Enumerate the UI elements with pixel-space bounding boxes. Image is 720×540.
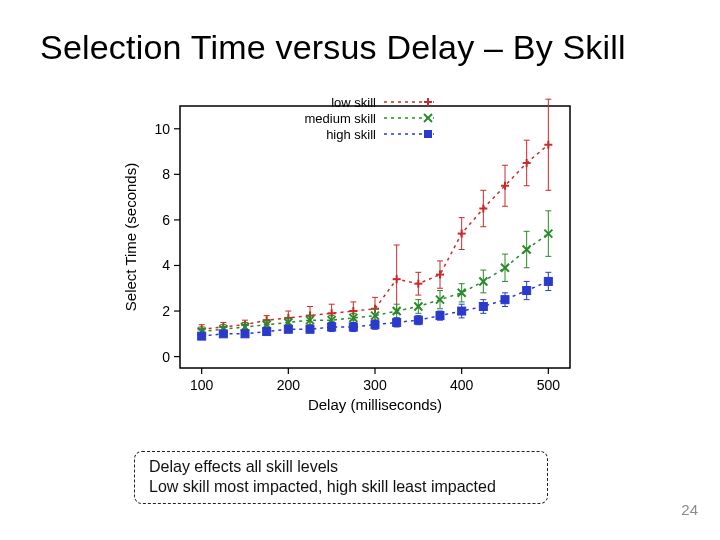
svg-rect-260 [501,296,509,304]
svg-rect-257 [436,312,444,320]
note-line-1: Delay effects all skill levels [149,457,533,477]
svg-rect-254 [371,321,379,329]
svg-text:500: 500 [537,377,561,393]
page-title: Selection Time versus Delay – By Skill [40,28,680,67]
svg-rect-247 [219,330,227,338]
legend-item-high: high skill [292,126,436,142]
legend-label: high skill [292,127,376,142]
svg-rect-262 [544,277,552,285]
slide: { "title": "Selection Time versus Delay … [0,0,720,540]
svg-text:300: 300 [363,377,387,393]
svg-rect-258 [458,307,466,315]
svg-rect-253 [349,323,357,331]
svg-rect-248 [241,330,249,338]
note-box: Delay effects all skill levels Low skill… [134,451,548,504]
svg-rect-270 [424,130,432,138]
svg-text:8: 8 [162,166,170,182]
chart: 1002003004005000246810Delay (millisecond… [118,88,598,428]
legend-swatch-high [382,127,436,141]
svg-text:100: 100 [190,377,214,393]
legend-label: medium skill [292,111,376,126]
svg-text:Delay (milliseconds): Delay (milliseconds) [308,396,442,413]
legend-item-medium: medium skill [292,110,436,126]
legend-swatch-low [382,95,436,109]
svg-rect-251 [306,325,314,333]
page-number: 24 [681,501,698,518]
svg-text:Select Time (seconds): Select Time (seconds) [122,163,139,311]
svg-rect-250 [284,325,292,333]
legend-label: low skill [292,95,376,110]
svg-rect-261 [523,287,531,295]
svg-text:4: 4 [162,257,170,273]
legend-item-low: low skill [292,94,436,110]
svg-text:0: 0 [162,349,170,365]
legend-swatch-medium [382,111,436,125]
svg-rect-255 [393,318,401,326]
svg-text:200: 200 [277,377,301,393]
legend: low skill medium skill high skill [292,94,436,142]
svg-rect-259 [479,302,487,310]
svg-rect-246 [198,332,206,340]
svg-text:10: 10 [154,121,170,137]
svg-text:6: 6 [162,212,170,228]
svg-rect-256 [414,316,422,324]
svg-text:400: 400 [450,377,474,393]
svg-text:2: 2 [162,303,170,319]
svg-rect-252 [328,323,336,331]
note-line-2: Low skill most impacted, high skill leas… [149,477,533,497]
svg-rect-249 [263,328,271,336]
